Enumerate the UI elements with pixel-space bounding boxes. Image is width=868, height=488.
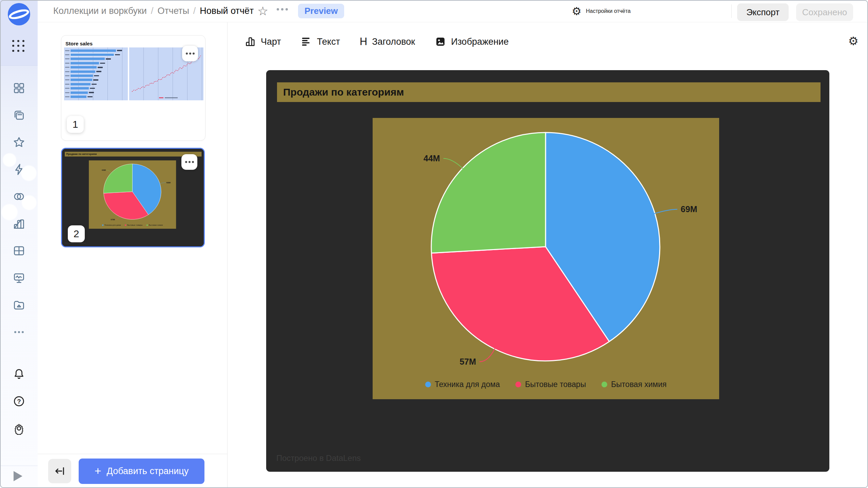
mini-bar-row [64, 69, 128, 74]
app-sidebar: ? [0, 0, 38, 488]
svg-text:57M: 57M [111, 218, 115, 221]
page-1-thumbnail[interactable]: Store sales 1 [61, 35, 205, 141]
more-actions-icon[interactable] [277, 8, 288, 11]
mini-bar-row [64, 95, 128, 99]
page-2-thumbnail-selected[interactable]: Продажи по категориям 69M57M44M Техника … [61, 148, 205, 247]
breadcrumb-separator: / [193, 6, 196, 16]
pie-label-connector [443, 159, 463, 169]
mini-bar-row [64, 53, 128, 57]
settings-gear-icon: ⚙ [572, 5, 581, 17]
mini-bar-row [64, 90, 128, 95]
saved-button[interactable]: Сохранено [796, 3, 853, 21]
chart-legend: Техника для домаБытовые товарыБытовая хи… [373, 380, 719, 389]
play-expand-icon[interactable] [14, 471, 22, 481]
table-grid-icon[interactable] [13, 244, 25, 257]
svg-text:69M: 69M [166, 181, 171, 184]
apps-grid-icon[interactable] [12, 40, 26, 53]
pie-value-label: 44M [423, 154, 440, 163]
settings-label: Настройки отчёта [586, 8, 631, 14]
insert-text-button[interactable]: Текст [301, 36, 340, 47]
monitor-pulse-icon[interactable] [13, 271, 25, 284]
heading-h-icon: H [360, 36, 367, 47]
image-icon [435, 36, 446, 47]
star-icon[interactable] [13, 136, 25, 149]
legend-dot [425, 382, 431, 387]
legend-item[interactable]: Бытовая химия [601, 380, 667, 389]
pages-panel: Store sales 1 Продажи по категориям 69M5… [38, 22, 228, 488]
page-menu-button[interactable] [182, 46, 198, 61]
tool-label: Изображение [451, 37, 509, 47]
canvas-settings-gear-icon[interactable]: ⚙ [848, 34, 859, 48]
insert-heading-button[interactable]: H Заголовок [360, 36, 415, 47]
page-number-badge: 2 [68, 225, 85, 242]
sidebar-divider [0, 466, 38, 466]
gear-icon[interactable] [13, 422, 25, 435]
insert-toolbar: Чарт Текст H Заголовок Изображение [244, 33, 509, 50]
datalens-watermark: Построено в DataLens [276, 453, 361, 463]
lightning-icon[interactable] [13, 163, 25, 176]
squares-icon[interactable] [13, 82, 25, 95]
mini-legend [159, 97, 178, 99]
collapse-left-icon [54, 465, 66, 477]
legend-item[interactable]: Техника для дома [425, 380, 500, 389]
collapse-panel-button[interactable] [48, 459, 71, 483]
pie-value-label: 57M [459, 357, 476, 366]
breadcrumb-collections[interactable]: Коллекции и воркбуки [53, 6, 147, 16]
legend-label: Бытовая химия [611, 380, 667, 389]
pie-chart-svg: 69M57M44M [373, 118, 719, 399]
mini-bar-row [64, 57, 128, 61]
mini-chart-title: Store sales [65, 41, 93, 46]
folder-image-icon[interactable] [13, 299, 25, 311]
title-widget[interactable]: Продажи по категориям [277, 82, 821, 102]
pie-label-connector [654, 209, 677, 214]
bar-chart-icon[interactable] [13, 217, 25, 230]
topbar-divider [731, 4, 732, 18]
favorite-star-icon[interactable]: ☆ [257, 3, 268, 19]
topbar: Коллекции и воркбуки / Отчеты / Новый от… [38, 0, 868, 22]
report-canvas: Продажи по категориям 69M57M44M Техника … [266, 70, 829, 472]
more-dots-icon[interactable] [13, 326, 25, 339]
insert-chart-button[interactable]: Чарт [244, 36, 281, 47]
preview-badge[interactable]: Preview [298, 4, 344, 18]
legend-dot [515, 382, 521, 387]
main-area: Чарт Текст H Заголовок Изображение ⚙ Про… [227, 22, 868, 488]
mini-bar-row [64, 82, 128, 86]
bell-icon[interactable] [13, 368, 25, 381]
page-menu-button[interactable] [181, 154, 197, 170]
tool-label: Заголовок [372, 37, 415, 47]
pages-panel-footer: + Добавить страницу [38, 454, 227, 488]
breadcrumb-reports[interactable]: Отчеты [157, 6, 189, 16]
mini-bar-row [64, 74, 128, 78]
mini-bar-chart [64, 47, 128, 100]
question-icon[interactable]: ? [13, 395, 25, 408]
pie-slice[interactable] [431, 133, 546, 253]
add-page-label: Добавить страницу [107, 466, 189, 476]
legend-label: Бытовые товары [525, 380, 586, 389]
pie-chart-widget[interactable]: 69M57M44M Техника для домаБытовые товары… [373, 118, 719, 399]
mini-bar-row [64, 78, 128, 82]
breadcrumb: Коллекции и воркбуки / Отчеты / Новый от… [53, 0, 254, 22]
collections-copy-icon[interactable] [13, 109, 25, 122]
pie-label-connector [479, 348, 495, 362]
chart-icon [244, 36, 256, 47]
add-page-button[interactable]: + Добавить страницу [79, 459, 204, 484]
mini-bar-row [64, 86, 128, 90]
pie-value-label: 69M [681, 204, 697, 214]
svg-text:?: ? [17, 398, 21, 405]
plus-icon: + [95, 465, 101, 476]
mini-bar-row [64, 65, 128, 69]
text-lines-icon [301, 36, 312, 47]
tool-label: Чарт [261, 37, 281, 47]
page-number-badge: 1 [67, 116, 84, 133]
venn-circles-icon[interactable] [13, 190, 25, 203]
tool-label: Текст [317, 37, 340, 47]
breadcrumb-current-report: Новый отчёт [200, 6, 254, 16]
insert-image-button[interactable]: Изображение [435, 36, 509, 47]
report-settings-button[interactable]: ⚙ Настройки отчёта [572, 0, 631, 22]
export-button[interactable]: Экспорт [737, 3, 789, 21]
svg-text:44M: 44M [102, 169, 106, 171]
legend-dot [601, 382, 607, 387]
mini-bar-row [64, 61, 128, 65]
legend-item[interactable]: Бытовые товары [515, 380, 586, 389]
datalens-logo-icon[interactable] [8, 3, 30, 25]
